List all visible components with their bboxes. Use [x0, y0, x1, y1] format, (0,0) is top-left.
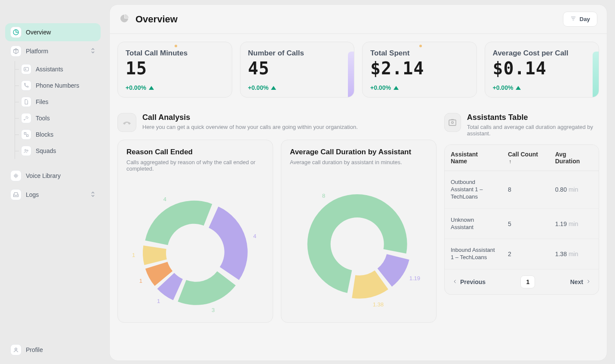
sidebar-item-label: Tools — [36, 115, 50, 122]
donut-segment[interactable] — [143, 245, 167, 265]
platform-subitems: Assistants Phone Numbers Files Tools Blo… — [15, 61, 101, 159]
sidebar-item-label: Blocks — [36, 131, 53, 138]
sidebar-item-logs[interactable]: Logs — [5, 186, 101, 204]
kpi-delta-text: +0.00% — [248, 84, 269, 91]
svg-point-6 — [27, 150, 28, 151]
pie-chart-icon — [10, 27, 22, 38]
kpi-delta: +0.00% — [248, 84, 347, 91]
section-subtitle: Total calls and average call duration ag… — [467, 124, 599, 137]
sidebar-item-assistants[interactable]: Assistants — [17, 61, 101, 77]
sidebar-item-profile[interactable]: Profile — [5, 341, 101, 359]
svg-rect-4 — [27, 135, 28, 137]
kpi-delta: +0.00% — [126, 84, 224, 91]
cell-duration: 1.38min — [549, 239, 599, 269]
donut-label: 1.38 — [373, 301, 384, 308]
col-assistant-name[interactable]: Assistant Name — [445, 145, 502, 171]
chevrons-icon — [90, 48, 95, 55]
kpi-title: Number of Calls — [248, 49, 347, 58]
trend-up-icon — [149, 86, 154, 90]
sidebar-item-squads[interactable]: Squads — [17, 143, 101, 159]
donut-label: 8 — [322, 193, 325, 199]
panel: Overview Day Total Call Minutes 15 +0.00… — [109, 4, 607, 361]
table-row[interactable]: Inbound Assistant 1 – TechLoans21.38min — [445, 239, 599, 269]
card-reason-call-ended: Reason Call Ended Calls aggregated by re… — [117, 140, 273, 323]
sidebar-item-label: Platform — [26, 48, 48, 55]
kpi-value: 45 — [248, 58, 347, 78]
kpi-number-of-calls[interactable]: Number of Calls 45 +0.00% — [240, 42, 355, 98]
sidebar-item-label: Voice Library — [26, 172, 61, 179]
cube-icon — [10, 46, 22, 57]
cell-count: 5 — [502, 208, 549, 239]
prev-button[interactable]: Previous — [452, 278, 486, 285]
tools-icon — [21, 113, 31, 123]
main: Overview Day Total Call Minutes 15 +0.00… — [106, 0, 615, 364]
sidebar-item-tools[interactable]: Tools — [17, 110, 101, 126]
section-title: Assistants Table — [467, 113, 599, 122]
blocks-icon — [21, 129, 31, 140]
kpi-delta: +0.00% — [370, 84, 469, 91]
kpi-value: $0.14 — [493, 58, 591, 78]
kpi-value: 15 — [126, 58, 224, 78]
page-number: 1 — [520, 275, 535, 288]
next-label: Next — [570, 278, 583, 285]
trend-up-icon — [394, 86, 399, 90]
chevrons-icon — [90, 191, 95, 199]
svg-rect-8 — [449, 120, 456, 125]
phone-down-icon — [117, 113, 136, 132]
filter-icon — [570, 15, 576, 23]
svg-point-2 — [25, 69, 26, 70]
assistants-table-card: Assistant Name Call Count ↑ Avg Duration… — [444, 144, 599, 295]
kpi-total-call-minutes[interactable]: Total Call Minutes 15 +0.00% — [117, 42, 232, 98]
section-subtitle: Here you can get a quick overview of how… — [142, 124, 358, 130]
range-button[interactable]: Day — [563, 12, 597, 27]
user-card-icon — [21, 64, 31, 74]
donut-label: 1 — [132, 252, 135, 258]
page-title: Overview — [135, 14, 178, 25]
col-avg-duration[interactable]: Avg Duration — [549, 145, 599, 171]
sidebar: Overview Platform Assistants Phone Numbe… — [0, 0, 106, 364]
kpi-row: Total Call Minutes 15 +0.00% Number of C… — [117, 42, 599, 98]
sidebar-item-phone-numbers[interactable]: Phone Numbers — [17, 77, 101, 94]
sidebar-item-label: Phone Numbers — [36, 82, 79, 89]
dot-icon — [175, 45, 177, 47]
card-title: Average Call Duration by Assistant — [290, 148, 427, 156]
svg-point-7 — [15, 348, 17, 350]
inbox-icon — [10, 189, 22, 200]
table-row[interactable]: Unknown Assistant51.19min — [445, 208, 599, 239]
id-card-icon — [444, 113, 461, 132]
svg-point-9 — [452, 122, 453, 123]
assistants-table: Assistant Name Call Count ↑ Avg Duration… — [445, 145, 599, 269]
col-label: Avg Duration — [555, 151, 580, 165]
range-button-label: Day — [580, 16, 590, 22]
cell-name: Inbound Assistant 1 – TechLoans — [445, 239, 502, 269]
table-pager: Previous 1 Next — [445, 269, 599, 294]
next-button[interactable]: Next — [570, 278, 591, 285]
sidebar-item-voice-library[interactable]: Voice Library — [5, 167, 101, 185]
kpi-total-spent[interactable]: Total Spent $2.14 +0.00% — [362, 42, 477, 98]
svg-point-5 — [25, 150, 27, 151]
kpi-avg-cost-per-call[interactable]: Average Cost per Call $0.14 +0.00% — [485, 42, 600, 98]
sidebar-item-overview[interactable]: Overview — [5, 23, 101, 41]
sparkline — [593, 52, 599, 97]
donut-label: 4 — [253, 233, 256, 239]
profile-icon — [10, 344, 22, 355]
cell-duration: 1.19min — [549, 208, 599, 239]
col-call-count[interactable]: Call Count ↑ — [502, 145, 549, 171]
waveform-icon — [10, 170, 22, 181]
chevron-left-icon — [452, 278, 458, 285]
donut-segment[interactable] — [145, 201, 212, 245]
col-label: Call Count — [508, 151, 538, 158]
donut-segment[interactable] — [209, 207, 247, 280]
users-icon — [21, 146, 31, 156]
dot-icon — [419, 45, 422, 47]
table-row[interactable]: Outbound Assistant 1 – TechLoans80.80min — [445, 171, 599, 209]
sidebar-item-blocks[interactable]: Blocks — [17, 126, 101, 143]
section-assistants-table: Assistants Table Total calls and average… — [444, 113, 599, 137]
donut-segment[interactable] — [178, 271, 236, 305]
sidebar-item-files[interactable]: Files — [17, 94, 101, 110]
sidebar-item-platform[interactable]: Platform — [5, 42, 101, 60]
pie-chart-icon — [119, 13, 129, 25]
card-title: Reason Call Ended — [126, 148, 264, 156]
section-title: Call Analysis — [142, 113, 358, 122]
sidebar-item-label: Logs — [26, 191, 39, 198]
